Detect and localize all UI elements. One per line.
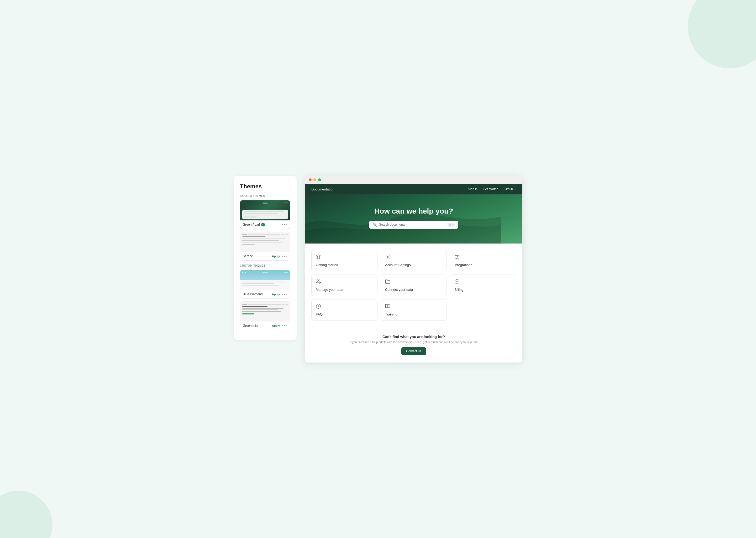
doc-site: Documentation Sign in Get started Github… <box>305 184 522 362</box>
traffic-light-yellow[interactable] <box>313 178 316 181</box>
theme-more-green-pearl[interactable]: ••• <box>282 223 287 227</box>
theme-name-serene: Serene <box>243 254 253 258</box>
doc-nav-logo: Documentation <box>311 187 334 191</box>
card-title-connect-data: Connect your data <box>385 288 442 292</box>
hero-title: How can we help you? <box>311 207 516 215</box>
theme-more-green-mist[interactable]: ••• <box>282 324 287 328</box>
card-icon-billing <box>454 279 512 286</box>
theme-more-blue-diamond[interactable]: ••• <box>282 292 287 296</box>
card-training[interactable]: Training <box>381 299 447 321</box>
theme-name-green-pearl: Green Pearl ✓ <box>243 223 265 227</box>
theme-more-serene[interactable]: ••• <box>282 254 287 258</box>
theme-label-green-pearl: Green Pearl ✓ ••• <box>240 220 290 229</box>
search-shortcut: ⌘K <box>448 223 455 227</box>
svg-point-5 <box>457 256 458 257</box>
theme-preview-green-pearl <box>240 200 290 220</box>
traffic-light-red[interactable] <box>309 178 311 181</box>
card-getting-started[interactable]: Getting started <box>311 250 377 271</box>
theme-actions-serene: Apply ••• <box>272 254 287 258</box>
card-icon-manage-team <box>316 279 373 286</box>
svg-point-10 <box>316 304 321 308</box>
card-icon-connect-data <box>385 279 442 286</box>
card-account-settings[interactable]: Account Settings <box>381 250 447 271</box>
bg-decoration-top-right <box>688 0 756 68</box>
doc-hero: How can we help you? 🔍 ⌘K <box>305 194 522 243</box>
card-title-training: Training <box>385 312 442 316</box>
card-connect-data[interactable]: Connect your data <box>381 275 447 296</box>
apply-green-mist-button[interactable]: Apply <box>272 324 280 327</box>
theme-name-blue-diamond: Blue Diamond <box>243 293 262 296</box>
theme-label-blue-diamond: Blue Diamond Apply ••• <box>240 290 290 298</box>
apply-blue-diamond-button[interactable]: Apply <box>272 293 280 296</box>
custom-themes-section: CUSTOM THEMES <box>240 264 290 330</box>
footer-title: Can't find what you are looking for? <box>311 335 516 339</box>
theme-actions-blue-diamond: Apply ••• <box>272 292 287 296</box>
apply-serene-button[interactable]: Apply <box>272 254 280 258</box>
card-title-faq: FAQ <box>316 312 373 316</box>
external-link-icon: ↗ <box>514 188 516 191</box>
theme-preview-serene <box>240 232 290 252</box>
card-icon-account-settings <box>385 254 442 261</box>
card-title-manage-team: Manage your team <box>316 288 373 292</box>
search-input[interactable] <box>379 223 446 227</box>
doc-cards-grid: Getting started Account Settings <box>311 250 516 321</box>
svg-point-0 <box>387 256 389 257</box>
theme-card-blue-diamond[interactable]: Blue Diamond Apply ••• <box>240 270 290 299</box>
card-billing[interactable]: Billing <box>450 275 516 296</box>
browser-chrome <box>305 176 522 184</box>
doc-footer: Can't find what you are looking for? If … <box>305 327 522 362</box>
bg-decoration-bottom-left <box>0 491 53 538</box>
card-title-account-settings: Account Settings <box>385 263 442 267</box>
page-layout: Themes SYSTEM THEMES <box>234 176 522 362</box>
nav-link-getstarted[interactable]: Get started <box>483 187 498 191</box>
card-title-integrations: Integrations <box>454 263 512 267</box>
themes-panel: Themes SYSTEM THEMES <box>234 176 297 340</box>
theme-label-green-mist: Green mist Apply ••• <box>240 322 290 330</box>
theme-active-check: ✓ <box>261 223 265 227</box>
theme-label-serene: Serene Apply ••• <box>240 252 290 260</box>
traffic-light-green[interactable] <box>318 178 321 181</box>
card-icon-faq <box>316 304 373 310</box>
card-faq[interactable]: FAQ <box>311 299 377 321</box>
card-title-getting-started: Getting started <box>316 263 373 267</box>
theme-card-green-pearl[interactable]: Green Pearl ✓ ••• <box>240 200 290 229</box>
themes-title: Themes <box>240 183 290 190</box>
nav-link-signin[interactable]: Sign in <box>468 187 478 191</box>
system-themes-label: SYSTEM THEMES <box>240 195 290 197</box>
custom-themes-label: CUSTOM THEMES <box>240 264 290 267</box>
card-title-billing: Billing <box>454 288 512 292</box>
browser-window: Documentation Sign in Get started Github… <box>305 176 522 362</box>
theme-actions-green-mist: Apply ••• <box>272 324 287 328</box>
card-icon-training <box>385 304 442 310</box>
card-integrations[interactable]: Integrations <box>450 250 516 271</box>
hero-wave-svg <box>305 194 501 243</box>
theme-preview-green-mist <box>240 301 290 322</box>
svg-point-6 <box>456 258 457 258</box>
doc-nav: Documentation Sign in Get started Github… <box>305 184 522 194</box>
theme-card-green-mist[interactable]: Green mist Apply ••• <box>240 301 290 330</box>
theme-name-green-mist: Green mist <box>243 324 258 328</box>
card-icon-integrations <box>454 254 512 261</box>
svg-point-7 <box>317 280 319 281</box>
doc-cards-section: Getting started Account Settings <box>305 243 522 327</box>
doc-nav-links: Sign in Get started Github ↗ <box>468 187 516 191</box>
footer-subtitle: If you can't find a help article with th… <box>311 341 516 344</box>
card-manage-team[interactable]: Manage your team <box>311 275 377 296</box>
doc-search-bar[interactable]: 🔍 ⌘K <box>369 221 458 229</box>
nav-link-github[interactable]: Github ↗ <box>504 187 516 191</box>
svg-point-4 <box>456 255 456 256</box>
theme-preview-blue-diamond <box>240 270 290 290</box>
contact-us-button[interactable]: Contact us <box>402 347 426 355</box>
card-icon-getting-started <box>316 254 373 261</box>
theme-card-serene[interactable]: Serene Apply ••• <box>240 232 290 261</box>
search-icon: 🔍 <box>373 223 377 227</box>
